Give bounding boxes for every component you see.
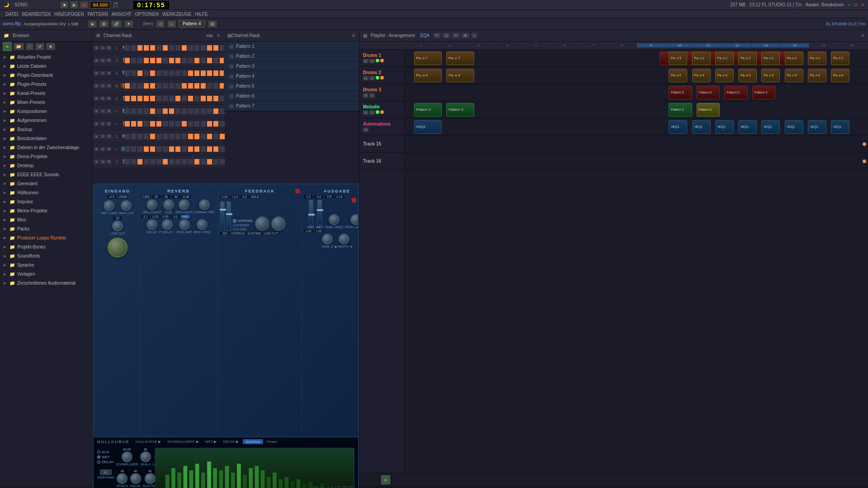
sidebar-item-backup[interactable]: ▶📁Backup xyxy=(0,125,92,134)
ch-mute-snare2[interactable]: ● xyxy=(94,96,99,101)
pad-perc-3[interactable] xyxy=(137,70,143,76)
pattern-drums2-n4-4[interactable]: Pa..n 4 xyxy=(692,69,711,82)
pad-kick-10[interactable] xyxy=(181,133,187,140)
drums2-mute[interactable]: M xyxy=(363,76,368,80)
pad-snare2-12[interactable] xyxy=(194,159,200,165)
track-label-automations[interactable]: Automations M xyxy=(359,118,404,136)
pad-eq1-14[interactable] xyxy=(207,146,212,152)
hullkurve-pill-3[interactable]: DECAY ▶ xyxy=(221,439,241,444)
pad-snare2-14[interactable] xyxy=(207,95,212,102)
pad-snare1-3[interactable] xyxy=(137,57,143,64)
pattern-drums2-n4[interactable]: Pa..n 4 xyxy=(414,69,442,82)
pad-kick-2[interactable] xyxy=(131,133,137,140)
pattern-drums3-5[interactable]: Pattern 5 xyxy=(669,86,692,99)
pad-snare2-8[interactable] xyxy=(169,95,175,102)
ch-solo-snare2[interactable]: S xyxy=(100,96,105,101)
pad-snare2-14[interactable] xyxy=(207,159,212,165)
pad-bass-6[interactable] xyxy=(156,108,162,114)
track-label-15[interactable]: Track 15 xyxy=(359,136,404,153)
pad-snare2-15[interactable] xyxy=(213,95,219,102)
pad-eq1-4[interactable] xyxy=(143,146,149,152)
pad-hat-9[interactable] xyxy=(175,45,181,51)
wet-gain-knob[interactable] xyxy=(104,200,114,211)
pad-horns-2[interactable] xyxy=(131,83,137,89)
sidebar-item-gerendert[interactable]: ▶📁Gerendert xyxy=(0,179,92,188)
ch-rec-snare1[interactable]: R xyxy=(106,58,112,63)
pad-horns-1[interactable] xyxy=(124,83,130,89)
menu-item-hilfe[interactable]: HILFE xyxy=(193,12,209,17)
hullkurve-pill-1[interactable]: SCHWELLWERT ▶ xyxy=(165,439,201,444)
pad-horns-13[interactable] xyxy=(200,83,206,89)
decay-knob[interactable] xyxy=(146,219,157,230)
fb-knob2[interactable] xyxy=(271,216,286,231)
ch-mute-perc[interactable]: ● xyxy=(94,71,99,75)
pattern-item-pattern-2[interactable]: ▤Pattern 2 xyxy=(224,52,359,61)
ch-rec-hat[interactable]: R xyxy=(106,46,112,50)
pad-bass-2[interactable] xyxy=(131,108,137,114)
pad-bass-5[interactable] xyxy=(150,108,156,114)
playlist-close[interactable]: ✕ xyxy=(861,33,864,38)
menu-item-bearbeiten[interactable]: BEARBEITEN xyxy=(20,12,52,17)
pad-perc-6[interactable] xyxy=(156,70,162,76)
pad-sub bass-2[interactable] xyxy=(131,121,137,127)
pad-horns-7[interactable] xyxy=(162,83,168,89)
pattern-item-pattern-7[interactable]: ▤Pattern 7 xyxy=(224,101,359,111)
pad-hat-2[interactable] xyxy=(131,45,137,51)
low-cut-knob[interactable] xyxy=(112,221,123,231)
ch-name-horns[interactable]: Horns xyxy=(121,83,124,88)
track-label-16[interactable]: Track 16 xyxy=(359,153,404,170)
pattern-drums3-5-2[interactable]: Pattern 5 xyxy=(697,86,720,99)
pad-snare1-11[interactable] xyxy=(188,57,193,64)
pad-snare2-3[interactable] xyxy=(137,95,143,102)
pad-perc-7[interactable] xyxy=(162,70,168,76)
fb-fader1[interactable] xyxy=(220,202,225,231)
pad-snare1-14[interactable] xyxy=(207,57,212,64)
pattern-item-pattern-6[interactable]: ▤Pattern 6 xyxy=(224,91,359,101)
pattern-melodie-3[interactable]: Pattern 3 xyxy=(446,103,474,117)
ch-mute-snare1[interactable]: ● xyxy=(94,58,99,63)
sidebar-item-demo-projekte[interactable]: ▶📁Demo-Projekte xyxy=(0,152,92,161)
pl-mute-btn[interactable]: ♪ xyxy=(471,33,477,38)
pad-bass-13[interactable] xyxy=(200,108,206,114)
pad-snare2-11[interactable] xyxy=(188,159,193,165)
pad-snare2-11[interactable] xyxy=(188,95,193,102)
sidebar-item-eeee-eeee-sounds[interactable]: ▶📁EEEE EEEE Sounds xyxy=(0,170,92,179)
bpm-display[interactable]: 94.000 xyxy=(90,1,110,9)
pad-bass-11[interactable] xyxy=(188,108,193,114)
pad-eq1-3[interactable] xyxy=(137,146,143,152)
pad-sub bass-14[interactable] xyxy=(207,121,212,127)
pad-snare2-1[interactable] xyxy=(124,95,130,102)
sidebar-item-packs[interactable]: ▶📁Packs xyxy=(0,224,92,233)
drums2-solo[interactable]: S xyxy=(369,76,375,80)
ch-name-kick[interactable]: Kick xyxy=(121,134,124,139)
pad-snare2-4[interactable] xyxy=(143,159,149,165)
ch-solo-bass[interactable]: S xyxy=(100,109,105,113)
pad-perc-4[interactable] xyxy=(143,70,149,76)
ch-solo-snare2[interactable]: S xyxy=(100,160,105,164)
magnet-btn[interactable]: ⊞ xyxy=(99,20,108,28)
size-knob[interactable] xyxy=(163,199,174,210)
pattern-pa-n1-2[interactable]: Pa..n 1 xyxy=(715,52,734,65)
ch-name-hat[interactable]: Hat xyxy=(121,45,124,50)
ch-name-snare2[interactable]: Snare2 xyxy=(121,96,124,101)
pattern-pa-n1-7[interactable]: Pa..n 1 xyxy=(831,52,849,65)
window-close[interactable]: ✕ xyxy=(861,2,864,7)
pattern-drums2-n4-10[interactable]: Pa..n 4 xyxy=(831,69,849,82)
sidebar-item-desktop[interactable]: ▶📁Desktop xyxy=(0,161,92,170)
decay-env-knob[interactable] xyxy=(130,473,141,484)
pad-snare2-5[interactable] xyxy=(150,159,156,165)
pad-horns-6[interactable] xyxy=(156,83,162,89)
pad-hat-12[interactable] xyxy=(194,45,200,51)
hullkurve-pill-0[interactable]: HÜLLKURVE ▶ xyxy=(133,439,163,444)
sidebar-item-projekt-bones[interactable]: ▶📁Projekt-Bones xyxy=(0,242,92,251)
pad-eq1-13[interactable] xyxy=(200,146,206,152)
modamp-knob[interactable] xyxy=(179,219,190,230)
pad-kick-5[interactable] xyxy=(150,133,156,140)
pad-hat-8[interactable] xyxy=(169,45,175,51)
menu-item-hinzufügen[interactable]: HINZUFÜGEN xyxy=(52,12,86,17)
pad-hat-15[interactable] xyxy=(213,45,219,51)
pattern-item-pattern-3[interactable]: ▤Pattern 3 xyxy=(224,61,359,71)
pad-horns-12[interactable] xyxy=(194,83,200,89)
sidebar-item-impulse[interactable]: ▶📁Impulse xyxy=(0,197,92,206)
pad-snare1-1[interactable] xyxy=(124,57,130,64)
